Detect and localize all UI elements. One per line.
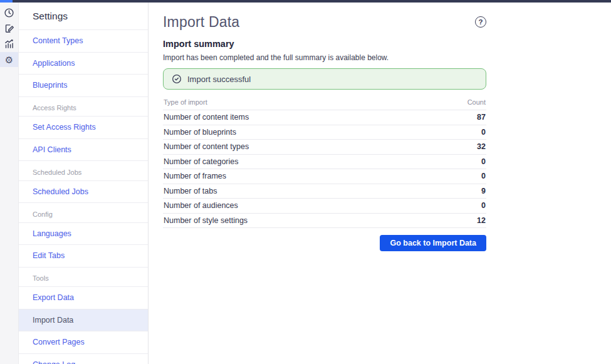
go-back-to-import-data-button[interactable]: Go back to Import Data (380, 235, 486, 251)
table-row: Number of frames0 (163, 169, 486, 184)
sidebar-item-applications[interactable]: Applications (19, 53, 148, 75)
dashboard-icon (4, 8, 14, 18)
row-count: 0 (481, 201, 486, 210)
import-summary-heading: Import summary (163, 39, 486, 49)
row-count: 0 (481, 172, 486, 180)
sidebar-item-api-clients[interactable]: API Clients (19, 139, 148, 162)
rail-item-settings[interactable]: ⚙ (0, 52, 18, 67)
table-header-row: Type of import Count (163, 93, 486, 110)
table-row: Number of blueprints0 (163, 125, 486, 140)
sidebar-section-config: Config (19, 203, 148, 223)
table-row: Number of categories0 (163, 155, 486, 170)
top-bar-accent (0, 0, 13, 3)
success-banner: Import successful (163, 68, 486, 90)
column-header-type: Type of import (164, 98, 207, 106)
sidebar-item-blueprints[interactable]: Blueprints (19, 75, 148, 97)
page-title: Import Data (163, 14, 239, 31)
sidebar-item-change-log[interactable]: Change Log (19, 354, 148, 364)
sidebar-item-content-types[interactable]: Content Types (19, 30, 148, 53)
import-summary-description: Import has been completed and the full s… (163, 53, 486, 62)
table-body: Number of content items87Number of bluep… (163, 110, 486, 228)
sidebar-section-access-rights: Access Rights (19, 97, 148, 117)
settings-sidebar: Settings Content TypesApplicationsBluepr… (19, 3, 149, 364)
sidebar-item-import-data[interactable]: Import Data (19, 309, 148, 332)
row-label: Number of categories (164, 157, 239, 166)
help-icon[interactable]: ? (475, 16, 486, 28)
row-label: Number of audiences (164, 201, 238, 210)
content-edit-icon (4, 23, 14, 34)
sidebar-section-tools: Tools (19, 268, 148, 288)
rail-item-analytics[interactable] (0, 36, 18, 51)
table-row: Number of style settings12 (163, 214, 486, 229)
table-row: Number of content types32 (163, 140, 486, 155)
table-row: Number of audiences0 (163, 199, 486, 214)
table-row: Number of tabs9 (163, 184, 486, 199)
sidebar-item-export-data[interactable]: Export Data (19, 287, 148, 309)
check-circle-icon (172, 74, 182, 84)
main-content: Import Data ? Import summary Import has … (149, 3, 611, 364)
rail-item-content[interactable] (0, 21, 18, 36)
row-label: Number of style settings (164, 216, 248, 225)
row-label: Number of content items (164, 113, 249, 122)
app-frame: ⚙ Settings Content TypesApplicationsBlue… (0, 3, 611, 364)
sidebar-nav: Content TypesApplicationsBlueprintsAcces… (19, 30, 148, 364)
sidebar-item-scheduled-jobs[interactable]: Scheduled Jobs (19, 181, 148, 204)
icon-rail: ⚙ (0, 3, 19, 364)
column-header-count: Count (467, 98, 486, 106)
success-banner-label: Import successful (187, 75, 251, 84)
row-count: 87 (477, 113, 486, 122)
row-count: 9 (481, 187, 486, 195)
table-row: Number of content items87 (163, 110, 486, 125)
sidebar-title: Settings (19, 3, 148, 30)
row-count: 0 (481, 157, 486, 166)
row-label: Number of content types (164, 142, 249, 151)
settings-gear-icon: ⚙ (5, 55, 13, 65)
row-label: Number of blueprints (164, 128, 236, 137)
sidebar-item-set-access-rights[interactable]: Set Access Rights (19, 117, 148, 139)
import-summary-table: Type of import Count Number of content i… (163, 93, 486, 228)
top-bar (0, 0, 611, 3)
sidebar-item-languages[interactable]: Languages (19, 223, 148, 246)
sidebar-item-convert-pages[interactable]: Convert Pages (19, 331, 148, 354)
analytics-icon (4, 39, 14, 49)
sidebar-section-scheduled-jobs: Scheduled Jobs (19, 161, 148, 181)
row-count: 12 (477, 216, 486, 225)
row-count: 32 (477, 142, 486, 151)
row-label: Number of frames (164, 172, 226, 180)
row-count: 0 (481, 128, 486, 137)
sidebar-item-edit-tabs[interactable]: Edit Tabs (19, 245, 148, 268)
rail-item-dashboard[interactable] (0, 5, 18, 20)
row-label: Number of tabs (164, 187, 217, 195)
